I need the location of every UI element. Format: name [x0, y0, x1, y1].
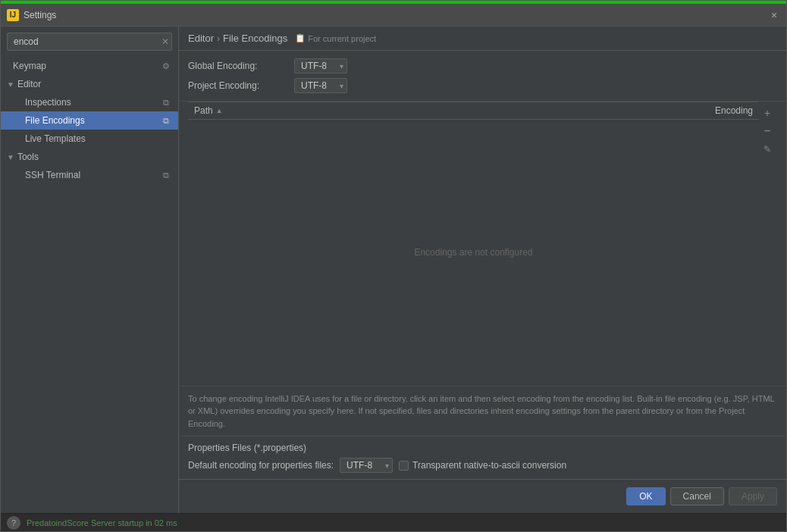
- badge-text: For current project: [308, 34, 376, 43]
- title-bar: IJ Settings ×: [1, 4, 786, 27]
- transparent-checkbox[interactable]: [399, 461, 409, 471]
- breadcrumb-separator: ›: [217, 33, 220, 44]
- sort-ascending-icon: ▲: [216, 107, 223, 114]
- search-clear-button[interactable]: ✕: [161, 36, 169, 47]
- project-badge: 📋 For current project: [295, 33, 376, 43]
- tools-chevron-icon: ▼: [7, 153, 14, 161]
- project-encoding-select[interactable]: UTF-8: [294, 78, 347, 93]
- sidebar-item-ssh-terminal[interactable]: SSH Terminal ⧉: [1, 166, 178, 184]
- file-encodings-copy-icon: ⧉: [160, 116, 172, 126]
- default-encoding-select[interactable]: UTF-8: [340, 458, 393, 473]
- help-button[interactable]: ?: [7, 516, 20, 530]
- breadcrumb-parent: Editor: [188, 33, 214, 44]
- footer: OK Cancel Apply: [179, 479, 786, 513]
- content-header: Editor › File Encodings 📋 For current pr…: [179, 27, 786, 51]
- global-encoding-select[interactable]: UTF-8: [294, 58, 347, 74]
- global-encoding-value: UTF-8: [301, 61, 327, 71]
- cancel-button[interactable]: Cancel: [670, 487, 724, 505]
- settings-dialog: IJ Settings × ✕ Keymap ⚙ ▼ Editor Inspec…: [0, 0, 787, 532]
- global-encoding-label: Global Encoding:: [188, 61, 294, 71]
- breadcrumb-current: File Encodings: [223, 33, 287, 44]
- status-bar: ? PredatoindScore Server startup in 02 m…: [1, 513, 786, 531]
- ok-button[interactable]: OK: [626, 487, 665, 505]
- remove-button[interactable]: −: [759, 123, 776, 139]
- project-encoding-value: UTF-8: [301, 80, 327, 91]
- apply-button[interactable]: Apply: [729, 487, 777, 505]
- transparent-checkbox-wrapper: Transparent native-to-ascii conversion: [399, 460, 566, 471]
- properties-row: Default encoding for properties files: U…: [188, 458, 777, 473]
- table-empty-message: Encodings are not configured: [188, 120, 759, 386]
- table-side-buttons: + − ✎: [759, 102, 777, 386]
- editor-chevron-icon: ▼: [7, 80, 14, 89]
- project-encoding-row: Project Encoding: UTF-8: [188, 78, 777, 93]
- sidebar-item-keymap[interactable]: Keymap ⚙: [1, 57, 178, 75]
- encoding-section: Global Encoding: UTF-8 Project Encoding:…: [179, 51, 786, 102]
- edit-button[interactable]: ✎: [759, 141, 776, 158]
- properties-section: Properties Files (*.properties) Default …: [179, 436, 786, 479]
- badge-icon: 📋: [295, 33, 306, 43]
- sidebar-item-tools[interactable]: ▼ Tools: [1, 148, 178, 166]
- sidebar-item-live-templates[interactable]: Live Templates: [1, 130, 178, 148]
- column-encoding: Encoding: [668, 105, 759, 116]
- status-text: PredatoindScore Server startup in 02 ms: [27, 518, 177, 527]
- close-button[interactable]: ×: [768, 9, 780, 21]
- search-box: ✕: [7, 33, 172, 51]
- default-encoding-value: UTF-8: [346, 460, 372, 471]
- info-text: To change encoding IntelliJ IDEA uses fo…: [179, 386, 786, 437]
- dialog-title: Settings: [24, 10, 768, 20]
- sidebar-item-inspections[interactable]: Inspections ⧉: [1, 93, 178, 111]
- transparent-label: Transparent native-to-ascii conversion: [412, 460, 566, 471]
- keymap-settings-icon: ⚙: [160, 61, 172, 71]
- app-icon: IJ: [7, 9, 19, 21]
- table-header: Path ▲ Encoding: [188, 102, 759, 120]
- ssh-terminal-copy-icon: ⧉: [160, 171, 172, 180]
- table-with-buttons: Path ▲ Encoding Encodings are not config…: [188, 102, 777, 386]
- sidebar-item-editor[interactable]: ▼ Editor: [1, 75, 178, 93]
- sidebar: ✕ Keymap ⚙ ▼ Editor Inspections ⧉ File E…: [1, 27, 179, 513]
- sidebar-item-file-encodings[interactable]: File Encodings ⧉: [1, 111, 178, 130]
- global-encoding-row: Global Encoding: UTF-8: [188, 58, 777, 74]
- search-input[interactable]: [7, 33, 172, 51]
- table-area: Path ▲ Encoding Encodings are not config…: [188, 102, 777, 386]
- properties-title: Properties Files (*.properties): [188, 443, 777, 453]
- inspections-copy-icon: ⧉: [160, 98, 172, 108]
- column-path[interactable]: Path ▲: [188, 105, 668, 116]
- content-area: Editor › File Encodings 📋 For current pr…: [179, 27, 786, 513]
- add-button[interactable]: +: [759, 105, 776, 121]
- default-encoding-label: Default encoding for properties files:: [188, 460, 334, 471]
- path-label: Path: [194, 105, 213, 116]
- dialog-body: ✕ Keymap ⚙ ▼ Editor Inspections ⧉ File E…: [1, 27, 786, 513]
- project-encoding-label: Project Encoding:: [188, 80, 294, 91]
